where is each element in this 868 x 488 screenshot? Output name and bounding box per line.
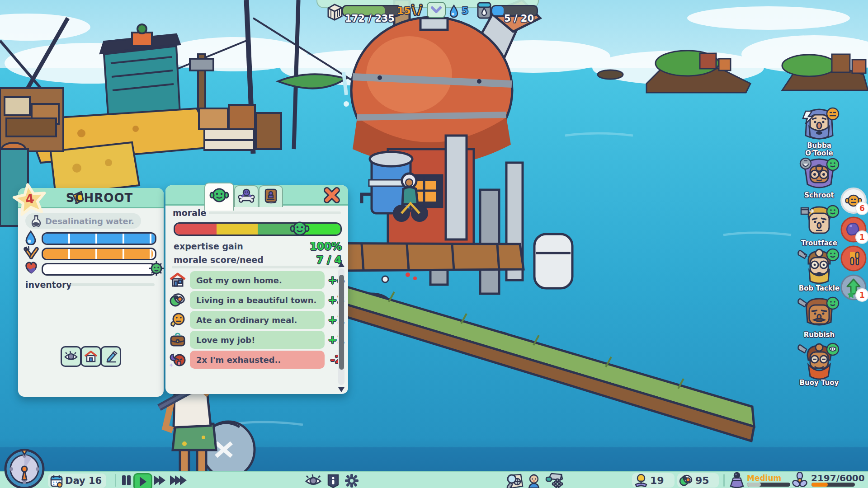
visibility-button[interactable] bbox=[305, 474, 322, 487]
log-book-icon bbox=[263, 188, 278, 204]
inventory-label: inventory bbox=[25, 280, 72, 290]
day-clock[interactable] bbox=[4, 448, 45, 488]
alert-hunger[interactable] bbox=[840, 245, 867, 272]
eye-icon bbox=[305, 474, 322, 487]
alert-badge: 6 bbox=[855, 202, 868, 215]
food-ready-count: 15 bbox=[397, 5, 411, 16]
sickness-germ-icon bbox=[147, 259, 165, 277]
top-hud-collapse-button[interactable] bbox=[427, 2, 446, 18]
divider bbox=[115, 474, 116, 487]
modifier-text: Living in a beautiful town. bbox=[190, 291, 325, 309]
morale-modifier-row: Living in a beautiful town. +3 bbox=[169, 291, 348, 309]
villagers-button[interactable] bbox=[526, 474, 542, 488]
seagull-count: 95 bbox=[695, 475, 709, 486]
drift-indicator bbox=[729, 472, 745, 488]
alert-level-up[interactable]: 1 bbox=[840, 274, 867, 301]
home-icon bbox=[169, 272, 186, 288]
research-map-button[interactable] bbox=[505, 474, 524, 488]
tab-log[interactable] bbox=[259, 185, 283, 207]
pause-icon bbox=[122, 475, 126, 485]
bottom-bar: Day 16 bbox=[0, 471, 868, 488]
food-icon bbox=[24, 246, 39, 260]
skills-bone-icon bbox=[237, 188, 255, 204]
modifier-value: -2 bbox=[325, 353, 348, 366]
calendar-icon bbox=[50, 474, 63, 488]
hydration-icon bbox=[24, 230, 37, 245]
morale-panel: morale expertise gain 100% morale score/… bbox=[165, 185, 348, 394]
chevron-down-icon bbox=[430, 6, 442, 14]
crew-sidebar: Bubba O'Toole bbox=[797, 0, 842, 488]
food-bar bbox=[42, 248, 156, 260]
modifier-text: Ate an Ordinary meal. bbox=[190, 311, 325, 329]
morale-modifier-row: Ate an Ordinary meal. +1 bbox=[169, 311, 348, 329]
rename-button[interactable] bbox=[100, 346, 121, 367]
seagull-counter: 95 bbox=[677, 473, 719, 488]
research-counter: 19 bbox=[632, 473, 675, 488]
morale-divider bbox=[209, 211, 341, 214]
morale-modifier-row: 2x I'm exhausted.. -2 bbox=[169, 351, 348, 369]
morale-scrollbar[interactable] bbox=[338, 268, 344, 385]
water-storage-label: 5 / 20 bbox=[501, 13, 537, 24]
scrollbar-thumb[interactable] bbox=[339, 275, 344, 370]
cutlery-icon bbox=[410, 4, 424, 17]
alert-badge: 1 bbox=[855, 288, 868, 302]
food-storage-label: 172 / 235 bbox=[338, 13, 401, 24]
morale-section-label: morale bbox=[173, 208, 206, 218]
crew-member-buoy[interactable]: Buoy Tuoy bbox=[797, 342, 842, 387]
pencil-icon bbox=[104, 350, 118, 363]
close-button[interactable] bbox=[323, 186, 341, 204]
water-drops-count: 5 bbox=[462, 5, 468, 16]
settings-button[interactable] bbox=[344, 474, 359, 488]
modifier-text: Got my own home. bbox=[190, 271, 325, 289]
fast-forward-button[interactable] bbox=[154, 475, 165, 485]
go-home-button[interactable] bbox=[80, 346, 101, 367]
info-button[interactable] bbox=[326, 474, 340, 488]
flask-icon bbox=[31, 215, 42, 227]
expertise-value: 100% bbox=[310, 240, 342, 252]
character-name: SCHROOT bbox=[45, 191, 154, 205]
play-button[interactable] bbox=[133, 473, 152, 488]
follow-camera-button[interactable] bbox=[61, 346, 81, 367]
morale-score-row: morale score/need 7 / 4 bbox=[174, 254, 342, 266]
crew-member-name: Schroot bbox=[797, 192, 842, 199]
home-icon bbox=[84, 350, 98, 363]
morale-meter bbox=[174, 222, 342, 236]
activity-status: Desalinating water. bbox=[25, 213, 141, 229]
morale-face-icon bbox=[209, 185, 229, 205]
tab-morale[interactable] bbox=[204, 183, 234, 211]
fuel-bar bbox=[811, 483, 855, 487]
alert-morale-blob[interactable]: 1 bbox=[840, 216, 867, 243]
pause-button[interactable] bbox=[122, 475, 131, 485]
scroll-down-icon[interactable] bbox=[338, 387, 344, 392]
water-drop-icon bbox=[448, 5, 459, 18]
crew-member-schroot[interactable]: Schroot bbox=[797, 156, 842, 199]
crew-member-rubbish[interactable]: Rubbish bbox=[797, 296, 842, 339]
expertise-row: expertise gain 100% bbox=[174, 240, 342, 252]
water-barrel-icon bbox=[476, 1, 493, 20]
fastest-forward-button[interactable] bbox=[170, 475, 187, 485]
idea-book-icon bbox=[634, 474, 648, 487]
alert-badge: 1 bbox=[855, 230, 868, 244]
crew-member-bubba[interactable]: Bubba O'Toole bbox=[797, 107, 842, 157]
production-button[interactable] bbox=[545, 473, 564, 488]
character-panel: 4 SCHROOT Desalinating water. bbox=[18, 188, 164, 397]
crew-member-name: Rubbish bbox=[797, 331, 842, 339]
seagull-icon bbox=[169, 292, 186, 308]
morale-score-label: morale score/need bbox=[174, 255, 264, 265]
alert-mood-neutral[interactable]: 6 bbox=[840, 187, 867, 214]
morale-modifier-row: Love my job! +1 bbox=[169, 331, 348, 349]
game-screen: 172 / 235 15 5 5 / 20 4 bbox=[0, 0, 868, 488]
crew-member-name: Bubba O'Toole bbox=[797, 142, 842, 157]
modifier-text: 2x I'm exhausted.. bbox=[190, 351, 325, 369]
health-heart-icon bbox=[24, 260, 38, 275]
person-icon bbox=[526, 474, 542, 488]
tab-skills[interactable] bbox=[234, 185, 259, 207]
eye-icon bbox=[64, 351, 78, 362]
buoy-icon bbox=[729, 472, 745, 488]
saw-gear-icon bbox=[545, 473, 564, 488]
crew-member-bob[interactable]: Bob Tackle bbox=[797, 248, 842, 292]
gear-icon bbox=[344, 474, 359, 488]
day-counter[interactable]: Day 16 bbox=[48, 474, 106, 488]
scroll-up-icon[interactable] bbox=[338, 262, 344, 267]
crew-member-troutface[interactable]: Troutface bbox=[797, 204, 842, 247]
